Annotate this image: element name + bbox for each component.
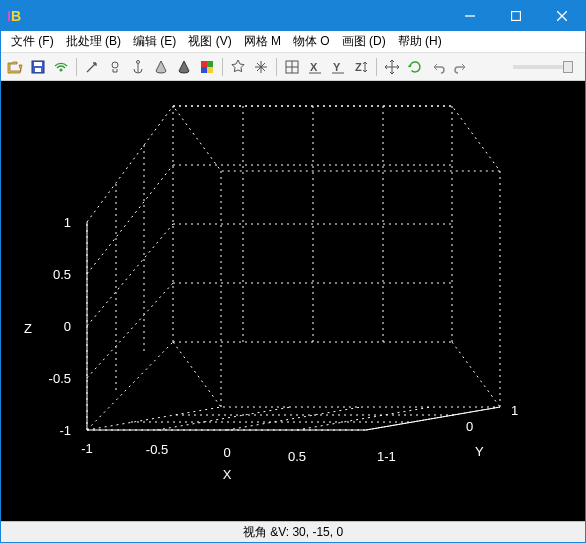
viewport-3d[interactable]: 1 0.5 0 -0.5 -1 -1 -0.5 0 0.5 1-1 0 1 Z …: [1, 81, 585, 521]
svg-rect-10: [201, 61, 207, 67]
redo-icon[interactable]: [451, 57, 471, 77]
x-tick: 0.5: [288, 449, 306, 464]
svg-rect-13: [207, 67, 213, 73]
svg-rect-5: [34, 62, 42, 66]
vector-icon[interactable]: [82, 57, 102, 77]
separator: [376, 58, 377, 76]
move-icon[interactable]: [382, 57, 402, 77]
x-tick: 0: [223, 445, 230, 460]
z-tick: -1: [59, 423, 71, 438]
y-label: Y: [475, 444, 484, 459]
svg-line-27: [87, 224, 173, 326]
broadcast-icon[interactable]: [51, 57, 71, 77]
palette-icon[interactable]: [197, 57, 217, 77]
status-text: 视角 &V: 30, -15, 0: [243, 524, 343, 541]
statusbar: 视角 &V: 30, -15, 0: [1, 521, 585, 542]
axis-x-icon[interactable]: X: [305, 57, 325, 77]
titlebar[interactable]: IB: [1, 1, 585, 31]
menu-view[interactable]: 视图 (V): [182, 31, 237, 52]
separator: [222, 58, 223, 76]
svg-rect-12: [201, 67, 207, 73]
svg-line-28: [87, 283, 173, 378]
grid-box-icon[interactable]: [282, 57, 302, 77]
separator: [276, 58, 277, 76]
y-tick: 1: [511, 403, 518, 418]
menu-help[interactable]: 帮助 (H): [392, 31, 448, 52]
axis-y-icon[interactable]: Y: [328, 57, 348, 77]
svg-text:X: X: [310, 61, 318, 73]
open-file-icon[interactable]: [5, 57, 25, 77]
svg-point-7: [60, 68, 63, 71]
x-tick: -1: [81, 441, 93, 456]
anchor-icon[interactable]: [128, 57, 148, 77]
z-tick: 0: [64, 319, 71, 334]
xy-tick: 1-1: [377, 449, 396, 464]
menu-edit[interactable]: 编辑 (E): [127, 31, 182, 52]
svg-text:Z: Z: [355, 61, 362, 73]
z-tick: 1: [64, 215, 71, 230]
z-tick: -0.5: [49, 371, 71, 386]
z-tick: 0.5: [53, 267, 71, 282]
svg-rect-6: [35, 68, 41, 72]
svg-point-9: [137, 60, 140, 63]
svg-rect-11: [207, 61, 213, 67]
y-tick: 0: [466, 419, 473, 434]
svg-line-42: [297, 407, 431, 430]
svg-line-25: [87, 106, 173, 222]
menu-file[interactable]: 文件 (F): [5, 31, 60, 52]
cone-icon[interactable]: [151, 57, 171, 77]
light-icon[interactable]: [105, 57, 125, 77]
svg-rect-1: [512, 12, 521, 21]
menu-plot[interactable]: 画图 (D): [336, 31, 392, 52]
svg-line-40: [157, 407, 291, 430]
svg-line-49: [366, 407, 500, 430]
menu-object[interactable]: 物体 O: [287, 31, 336, 52]
menu-batch[interactable]: 批处理 (B): [60, 31, 127, 52]
svg-line-36: [452, 342, 500, 407]
menu-mesh[interactable]: 网格 M: [238, 31, 287, 52]
close-button[interactable]: [539, 1, 585, 31]
x-label: X: [223, 467, 232, 482]
svg-line-29: [87, 342, 173, 430]
sparkle-icon[interactable]: [251, 57, 271, 77]
svg-text:Y: Y: [333, 61, 341, 73]
star-icon[interactable]: [228, 57, 248, 77]
toolbar: X Y Z: [1, 53, 585, 81]
save-icon[interactable]: [28, 57, 48, 77]
slider-thumb[interactable]: [563, 61, 573, 73]
separator: [76, 58, 77, 76]
svg-point-8: [112, 62, 118, 68]
zoom-slider[interactable]: [513, 65, 573, 69]
svg-line-30: [173, 342, 221, 407]
axes-3d-plot: 1 0.5 0 -0.5 -1 -1 -0.5 0 0.5 1-1 0 1 Z …: [1, 81, 585, 521]
x-tick: -0.5: [146, 442, 168, 457]
undo-icon[interactable]: [428, 57, 448, 77]
app-window: IB 文件 (F) 批处理 (B) 编辑 (E) 视图 (V) 网格 M 物体 …: [0, 0, 586, 543]
cone-solid-icon[interactable]: [174, 57, 194, 77]
svg-line-41: [227, 407, 361, 430]
minimize-button[interactable]: [447, 1, 493, 31]
menubar: 文件 (F) 批处理 (B) 编辑 (E) 视图 (V) 网格 M 物体 O 画…: [1, 31, 585, 53]
z-label: Z: [24, 321, 32, 336]
rotate-icon[interactable]: [405, 57, 425, 77]
window-controls: [447, 1, 585, 31]
app-logo: IB: [7, 8, 21, 24]
maximize-button[interactable]: [493, 1, 539, 31]
axis-z-icon[interactable]: Z: [351, 57, 371, 77]
svg-line-26: [87, 165, 173, 274]
